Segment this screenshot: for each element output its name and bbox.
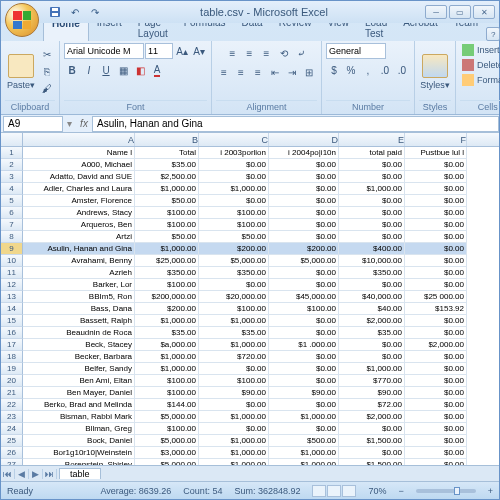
cell[interactable]: Ben Ami, Eltan [23,375,135,387]
cell[interactable]: $35.00 [339,327,405,339]
cell[interactable]: $25 000.00 [405,291,467,303]
cell[interactable]: $40.00 [339,303,405,315]
cell[interactable]: $1,000.00 [339,363,405,375]
cell[interactable]: Asulin, Hanan and Gina [23,243,135,255]
row-header[interactable]: 15 [1,315,23,327]
cell[interactable]: $0.00 [339,195,405,207]
cell[interactable]: $5,000.00 [135,459,199,465]
cell[interactable]: i 2003porlion [199,147,269,159]
sheet-nav-next-icon[interactable]: ▶ [29,469,43,479]
cell[interactable]: $90.00 [199,387,269,399]
format-cells-button[interactable]: Format ▾ [460,73,500,87]
cell[interactable]: $0.00 [405,447,467,459]
cell[interactable]: Amster, Florence [23,195,135,207]
cell[interactable]: $1,000.00 [135,315,199,327]
cell[interactable]: $0.00 [405,387,467,399]
cell[interactable]: $1,000.00 [339,183,405,195]
cell[interactable]: Bllman, Greg [23,423,135,435]
cut-icon[interactable]: ✂ [39,47,55,63]
cell[interactable]: $100.00 [135,387,199,399]
cell[interactable]: $350.00 [339,267,405,279]
row-header[interactable]: 14 [1,303,23,315]
column-header[interactable]: C [199,133,269,146]
cell[interactable]: $100.00 [135,423,199,435]
cell[interactable]: Andrews, Stacy [23,207,135,219]
align-bottom-icon[interactable]: ≡ [259,45,275,61]
cell[interactable]: $100.00 [135,207,199,219]
cell[interactable]: $100.00 [135,219,199,231]
row-header[interactable]: 9 [1,243,23,255]
cell[interactable]: $50.00 [135,231,199,243]
cell[interactable]: $0.00 [269,423,339,435]
cell[interactable]: Bassett, Ralph [23,315,135,327]
cell[interactable]: Artzi [23,231,135,243]
cell[interactable]: $2,000.00 [339,315,405,327]
cell[interactable]: $45,000.00 [269,291,339,303]
cell[interactable]: Adatto, David and SUE [23,171,135,183]
cell[interactable]: $1 500.00 [339,459,405,465]
cell[interactable]: $400.00 [339,243,405,255]
cell[interactable]: Avrahami, Benny [23,255,135,267]
sheet-tab[interactable]: table [59,468,101,479]
cell[interactable]: $0.00 [269,279,339,291]
cell[interactable]: Bisman, Rabbi Mark [23,411,135,423]
align-top-icon[interactable]: ≡ [225,45,241,61]
cell[interactable]: $0.00 [405,159,467,171]
cell[interactable]: $0.00 [339,447,405,459]
cell[interactable]: $0.00 [269,363,339,375]
cell[interactable]: $1,000.00 [199,459,269,465]
cell[interactable]: $0.00 [339,231,405,243]
cell[interactable]: $100.00 [199,375,269,387]
cell[interactable]: Barker, Lor [23,279,135,291]
name-box[interactable]: A9 [3,116,63,132]
column-header[interactable]: D [269,133,339,146]
copy-icon[interactable]: ⎘ [39,64,55,80]
cell[interactable]: $5,000.00 [269,255,339,267]
number-format-select[interactable] [326,43,386,59]
maximize-button[interactable]: ▭ [449,5,471,19]
cell[interactable]: $3,000.00 [135,447,199,459]
cell[interactable]: $0.00 [199,171,269,183]
row-header[interactable]: 8 [1,231,23,243]
cell[interactable]: $0.00 [405,435,467,447]
cell[interactable]: $0.00 [269,375,339,387]
border-icon[interactable]: ▦ [115,62,131,78]
cell[interactable]: $35.00 [135,159,199,171]
cell[interactable]: $5,000.00 [199,255,269,267]
cell[interactable]: $100.00 [135,279,199,291]
row-header[interactable]: 19 [1,363,23,375]
merge-center-icon[interactable]: ⊞ [301,64,317,80]
cell[interactable]: Berko, Brad and Melinda [23,399,135,411]
row-header[interactable]: 7 [1,219,23,231]
cell[interactable]: $0.00 [405,255,467,267]
cell[interactable]: $1,000.00 [135,363,199,375]
italic-button[interactable]: I [81,62,97,78]
row-header[interactable]: 4 [1,183,23,195]
cell[interactable]: $0.00 [199,399,269,411]
cell[interactable]: $350.00 [135,267,199,279]
align-middle-icon[interactable]: ≡ [242,45,258,61]
sheet-nav-last-icon[interactable]: ⏭ [43,469,57,479]
cell[interactable]: $500.00 [269,435,339,447]
comma-icon[interactable]: , [360,62,376,78]
cell[interactable]: Becker, Barbara [23,351,135,363]
format-painter-icon[interactable]: 🖌 [39,81,55,97]
currency-icon[interactable]: $ [326,62,342,78]
shrink-font-icon[interactable]: A▾ [191,43,207,59]
cell[interactable]: $0.00 [405,399,467,411]
row-header[interactable]: 3 [1,171,23,183]
cell[interactable]: $0.00 [269,315,339,327]
cell[interactable]: $0.00 [405,459,467,465]
row-header[interactable]: 18 [1,351,23,363]
zoom-slider-thumb[interactable] [454,487,460,495]
name-box-dropdown-icon[interactable]: ▾ [63,118,76,129]
cell[interactable]: Belfer, Sandy [23,363,135,375]
bold-button[interactable]: B [64,62,80,78]
save-icon[interactable] [47,4,63,20]
increase-indent-icon[interactable]: ⇥ [284,64,300,80]
cell[interactable]: $0.00 [269,195,339,207]
cell[interactable]: $100.00 [269,303,339,315]
cell[interactable]: $100.00 [199,207,269,219]
help-button[interactable]: ? [486,27,500,41]
cell[interactable]: $0.00 [269,171,339,183]
